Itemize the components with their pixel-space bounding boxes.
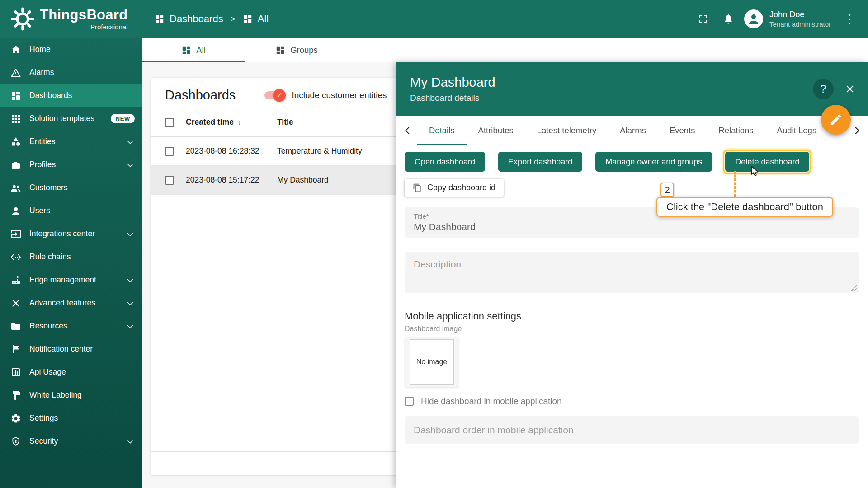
- sidebar-item-resources[interactable]: Resources: [0, 314, 142, 338]
- drawer-subtitle: Dashboard details: [410, 93, 495, 103]
- sidebar-item-label: Rule chains: [29, 252, 71, 262]
- sidebar-item-label: Security: [29, 436, 58, 446]
- title-field[interactable]: Title* My Dashboard: [405, 207, 859, 238]
- delete-dashboard-button[interactable]: Delete dashboard: [725, 152, 809, 172]
- cell-created-time: 2023-08-08 15:17:22: [186, 175, 277, 185]
- copy-dashboard-id-button[interactable]: Copy dashboard id: [405, 179, 504, 197]
- entity-tabs-bar: AllGroups: [142, 38, 868, 62]
- sidebar-item-white-labeling[interactable]: White Labeling: [0, 384, 142, 407]
- manage-owner-and-groups-button[interactable]: Manage owner and groups: [595, 152, 712, 172]
- drawer-tab-audit-logs[interactable]: Audit Logs: [765, 116, 828, 145]
- drawer-tab-relations[interactable]: Relations: [707, 116, 765, 145]
- hide-dashboard-label: Hide dashboard in mobile application: [421, 396, 562, 406]
- solution-templates-icon: [10, 113, 22, 125]
- sidebar-item-solution-templates[interactable]: Solution templatesNEW: [0, 107, 142, 130]
- dashboard-order-field[interactable]: Dashboard order in mobile application: [405, 416, 859, 444]
- avatar[interactable]: [744, 9, 763, 28]
- page-title: Dashboards: [165, 88, 236, 103]
- sidebar-item-notification-center[interactable]: Notification center: [0, 338, 142, 361]
- thingsboard-logo-icon: [11, 7, 34, 31]
- drawer-tab-details[interactable]: Details: [417, 116, 467, 145]
- column-title[interactable]: Title: [277, 117, 293, 127]
- order-placeholder: Dashboard order in mobile application: [414, 425, 574, 436]
- sidebar-item-label: Resources: [29, 321, 67, 331]
- title-field-value: My Dashboard: [414, 221, 850, 232]
- customers-icon: [10, 182, 22, 194]
- help-button[interactable]: ?: [813, 79, 834, 99]
- sidebar-item-edge-management[interactable]: Edge management: [0, 268, 142, 291]
- entities-icon: [10, 136, 22, 148]
- sidebar-item-label: Api Usage: [29, 367, 66, 377]
- sidebar-item-integrations-center[interactable]: Integrations center: [0, 222, 142, 245]
- app-logo[interactable]: ThingsBoard Professional: [0, 7, 142, 31]
- drawer-tab-attributes[interactable]: Attributes: [467, 116, 525, 145]
- sidebar-item-label: Edge management: [29, 275, 96, 285]
- sidebar-item-dashboards[interactable]: Dashboards: [0, 84, 142, 107]
- include-customer-entities-toggle[interactable]: ✓ Include customer entities: [264, 90, 387, 100]
- sidebar-item-api-usage[interactable]: Api Usage: [0, 361, 142, 384]
- row-checkbox[interactable]: [165, 147, 174, 156]
- sidebar-item-customers[interactable]: Customers: [0, 176, 142, 199]
- sidebar-item-users[interactable]: Users: [0, 199, 142, 222]
- notifications-bell-button[interactable]: [717, 8, 740, 30]
- sidebar-item-settings[interactable]: Settings: [0, 407, 142, 430]
- drawer-tab-events[interactable]: Events: [658, 116, 707, 145]
- tab-label: All: [196, 45, 206, 55]
- no-image-placeholder: No image: [410, 339, 454, 385]
- sidebar-item-label: Entities: [29, 137, 55, 146]
- rule-chains-icon: [10, 251, 22, 263]
- logo-text: ThingsBoard Professional: [40, 8, 127, 31]
- dashboard-image-dropzone[interactable]: No image: [405, 337, 459, 387]
- export-dashboard-button[interactable]: Export dashboard: [498, 152, 582, 172]
- open-dashboard-button[interactable]: Open dashboard: [405, 152, 485, 172]
- select-all-checkbox[interactable]: [165, 118, 174, 127]
- sidebar-item-label: Integrations center: [29, 229, 95, 239]
- drawer-title: My Dashboard: [410, 75, 495, 90]
- copy-icon: [413, 183, 422, 192]
- toggle-track[interactable]: ✓: [264, 91, 284, 99]
- drawer-header: My Dashboard Dashboard details ?: [396, 62, 868, 116]
- sidebar: HomeAlarmsDashboardsSolution templatesNE…: [0, 38, 142, 488]
- user-name: John Doe: [769, 10, 831, 19]
- user-info[interactable]: John Doe Tenant administrator: [769, 10, 831, 28]
- sidebar-item-label: Profiles: [29, 160, 56, 169]
- topbar-actions: John Doe Tenant administrator ⋮: [692, 8, 868, 30]
- close-icon[interactable]: [844, 83, 856, 95]
- row-checkbox[interactable]: [165, 176, 174, 185]
- tab-groups[interactable]: Groups: [245, 38, 348, 62]
- sidebar-item-advanced-features[interactable]: Advanced features: [0, 291, 142, 314]
- sidebar-item-alarms[interactable]: Alarms: [0, 61, 142, 84]
- tabs-scroll-left-chevron[interactable]: [398, 116, 417, 145]
- resize-handle[interactable]: [851, 285, 857, 291]
- topbar: ThingsBoard Professional Dashboards > Al…: [0, 0, 868, 38]
- sidebar-item-home[interactable]: Home: [0, 38, 142, 61]
- sort-descending-icon[interactable]: ↓: [237, 118, 241, 127]
- tab-label: Groups: [290, 45, 318, 55]
- sidebar-nav: HomeAlarmsDashboardsSolution templatesNE…: [0, 38, 142, 453]
- sidebar-item-profiles[interactable]: Profiles: [0, 153, 142, 176]
- sidebar-item-security[interactable]: Security: [0, 430, 142, 453]
- breadcrumb-all[interactable]: All: [243, 13, 269, 25]
- sidebar-item-label: Home: [29, 45, 51, 54]
- tab-all[interactable]: All: [142, 38, 245, 62]
- drawer-tab-latest-telemetry[interactable]: Latest telemetry: [525, 116, 609, 145]
- sidebar-item-label: Users: [29, 206, 50, 216]
- description-field[interactable]: Description: [405, 252, 859, 293]
- chevron-down-icon: [126, 299, 135, 308]
- sidebar-item-rule-chains[interactable]: Rule chains: [0, 245, 142, 268]
- fullscreen-button[interactable]: [692, 8, 714, 30]
- sidebar-item-entities[interactable]: Entities: [0, 130, 142, 153]
- more-menu-button[interactable]: ⋮: [838, 8, 861, 30]
- sidebar-item-label: Notification center: [29, 344, 93, 354]
- breadcrumb-separator: >: [231, 14, 236, 24]
- sidebar-item-label: Dashboards: [29, 91, 72, 100]
- description-placeholder: Description: [414, 259, 850, 270]
- hide-dashboard-checkbox[interactable]: [405, 397, 414, 406]
- column-created-time[interactable]: Created time ↓: [186, 117, 277, 127]
- profiles-icon: [10, 159, 22, 171]
- sidebar-item-label: Solution templates: [29, 114, 94, 123]
- drawer-tab-alarms[interactable]: Alarms: [608, 116, 658, 145]
- hide-dashboard-checkbox-row[interactable]: Hide dashboard in mobile application: [405, 396, 859, 406]
- breadcrumb-dashboards[interactable]: Dashboards: [155, 13, 223, 25]
- edit-fab-button[interactable]: [821, 105, 851, 135]
